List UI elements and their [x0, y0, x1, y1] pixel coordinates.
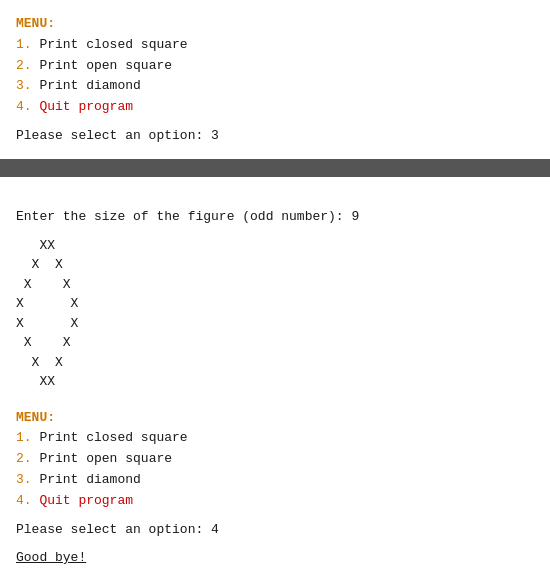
prompt-bottom: Please select an option: 4 [16, 520, 534, 541]
menu-item-1-top: 1. Print closed square [16, 35, 534, 56]
diamond-row-7: X X [16, 353, 534, 373]
menu-item-4-top: 4. Quit program [16, 97, 534, 118]
menu-item-2-bottom: 2. Print open square [16, 449, 534, 470]
menu-item-2-top: 2. Print open square [16, 56, 534, 77]
diamond-row-6: X X [16, 333, 534, 353]
menu-item-1-bottom: 1. Print closed square [16, 428, 534, 449]
diamond-row-5: X X [16, 314, 534, 334]
goodbye-text: Good bye! [16, 548, 534, 568]
menu-label-top: MENU: [16, 14, 534, 35]
diamond-row-8: XX [16, 372, 534, 392]
menu-item-3-top: 3. Print diamond [16, 76, 534, 97]
prompt-top: Please select an option: 3 [16, 126, 534, 147]
diamond-row-4: X X [16, 294, 534, 314]
enter-prompt: Enter the size of the figure (odd number… [16, 207, 534, 228]
terminal: MENU: 1. Print closed square 2. Print op… [0, 0, 550, 568]
menu-item-3-bottom: 3. Print diamond [16, 470, 534, 491]
diamond-row-2: X X [16, 255, 534, 275]
divider [0, 159, 550, 177]
diamond-row-1: XX [16, 236, 534, 256]
menu-label-bottom: MENU: [16, 408, 534, 429]
diamond-row-3: X X [16, 275, 534, 295]
menu-item-4-bottom: 4. Quit program [16, 491, 534, 512]
top-section: MENU: 1. Print closed square 2. Print op… [0, 0, 550, 159]
bottom-section: Enter the size of the figure (odd number… [0, 177, 550, 568]
